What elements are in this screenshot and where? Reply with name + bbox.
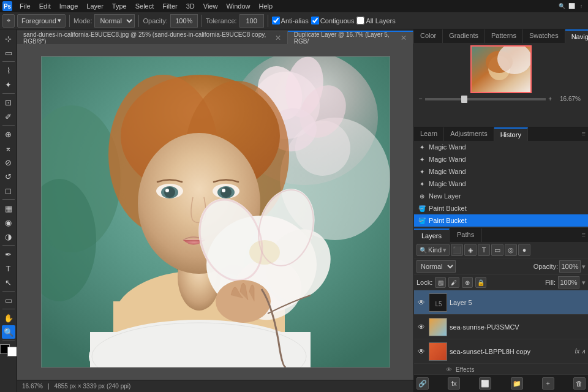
fill-field[interactable] <box>558 276 579 288</box>
blur-tool[interactable]: ◉ <box>2 216 15 229</box>
add-style-button[interactable]: fx <box>448 377 460 390</box>
zoom-tool[interactable]: 🔍 <box>2 325 15 339</box>
magic-wand-tool[interactable]: ✦ <box>2 78 15 91</box>
effects-visibility-icon[interactable]: 👁 <box>445 365 453 374</box>
tab-history[interactable]: History <box>494 127 528 141</box>
history-item-6[interactable]: 🪣 Paint Bucket <box>414 202 588 214</box>
zoom-out-icon[interactable]: − <box>419 96 423 102</box>
contiguous-checkbox[interactable]: Contiguous <box>311 17 355 24</box>
panel-mid-menu-icon[interactable]: ≡ <box>579 127 588 141</box>
history-item-1[interactable]: ✦ Magic Wand <box>414 141 588 153</box>
layers-panel-menu-icon[interactable]: ≡ <box>579 228 588 242</box>
tab-1-close[interactable]: ✕ <box>275 34 281 42</box>
clone-stamp-tool[interactable]: ⊘ <box>2 156 15 169</box>
tab-navigator[interactable]: Navigator <box>565 29 588 43</box>
layer-item-seasunrise[interactable]: 👁 sea-sunri <box>414 315 588 339</box>
move-tool-options[interactable]: ⌖ <box>2 14 15 28</box>
delete-layer-button[interactable]: 🗑 <box>573 377 586 390</box>
layer-visibility-layer5[interactable]: 👁 <box>417 298 426 307</box>
history-item-2[interactable]: ✦ Magic Wand <box>414 153 588 165</box>
history-item-7[interactable]: 🪣 Paint Bucket <box>414 214 588 227</box>
tab-learn[interactable]: Learn <box>414 127 444 141</box>
history-item-3[interactable]: ✦ Magic Wand <box>414 165 588 178</box>
search-icon[interactable]: 🔍 <box>557 2 566 10</box>
new-layer-button[interactable]: + <box>542 377 554 390</box>
move-tool[interactable]: ⊹ <box>2 32 15 45</box>
lock-position-button[interactable]: ⊕ <box>462 277 473 288</box>
healing-brush-tool[interactable]: ⊕ <box>2 127 15 141</box>
tab-1[interactable]: sand-dunes-in-california-E9UCEC8.jpg @ 2… <box>17 31 288 44</box>
eyedropper-tool[interactable]: ✐ <box>2 110 15 123</box>
anti-alias-checkbox[interactable]: Anti-alias <box>272 17 309 24</box>
lock-transparent-button[interactable]: ▧ <box>435 277 446 288</box>
foreground-dropdown[interactable]: Foreground ▾ <box>17 14 66 28</box>
new-group-button[interactable]: 📁 <box>511 377 523 390</box>
history-label-1: Magic Wand <box>429 143 466 151</box>
filter-text-button[interactable]: T <box>478 244 490 256</box>
link-layers-button[interactable]: 🔗 <box>417 377 429 390</box>
layer-visibility-seasunsetcopy[interactable]: 👁 <box>417 347 426 356</box>
tab-gradients[interactable]: Gradients <box>443 29 485 43</box>
tolerance-input[interactable] <box>239 14 264 28</box>
filter-toggle[interactable]: ● <box>518 244 530 256</box>
workspace-icon[interactable]: ⬜ <box>567 2 576 10</box>
menu-type[interactable]: Type <box>108 1 130 11</box>
brush-tool[interactable]: ⌅ <box>2 141 15 155</box>
canvas-viewport[interactable] <box>17 44 413 380</box>
layer-visibility-seasunrise[interactable]: 👁 <box>417 322 426 332</box>
menu-view[interactable]: View <box>200 1 222 11</box>
zoom-slider[interactable] <box>425 98 546 100</box>
layer-item-seasunsetcopy[interactable]: 👁 sea-sunse <box>414 339 588 364</box>
mode-select[interactable]: Normal <box>94 14 135 28</box>
tab-paths[interactable]: Paths <box>450 228 482 242</box>
history-brush-tool[interactable]: ↺ <box>2 170 15 183</box>
menu-help[interactable]: Help <box>255 1 277 11</box>
filter-adjustment-button[interactable]: ◈ <box>464 244 477 256</box>
pen-tool[interactable]: ✒ <box>2 247 15 261</box>
lasso-tool[interactable]: ⌇ <box>2 64 15 77</box>
tab-2[interactable]: Duplicate Layer @ 16.7% (Layer 5, RGB/ ✕ <box>288 31 413 44</box>
add-mask-button[interactable]: ⬜ <box>479 377 491 390</box>
zoom-in-icon[interactable]: + <box>548 96 552 102</box>
tab-swatches[interactable]: Swatches <box>523 29 565 43</box>
history-item-4[interactable]: ✦ Magic Wand <box>414 178 588 190</box>
eraser-tool[interactable]: ◻ <box>2 184 15 197</box>
menu-3d[interactable]: 3D <box>183 1 198 11</box>
blend-mode-select[interactable]: Normal Multiply Screen <box>417 260 456 273</box>
opacity-field[interactable] <box>559 260 581 273</box>
filter-smartobj-button[interactable]: ◎ <box>505 244 517 256</box>
fill-arrow-icon[interactable]: ▾ <box>582 279 586 287</box>
menu-layer[interactable]: Layer <box>83 1 107 11</box>
layer-item-layer5[interactable]: 👁 L5 Layer 5 <box>414 290 588 315</box>
tab-2-close[interactable]: ✕ <box>401 34 407 42</box>
path-select-tool[interactable]: ↖ <box>2 276 15 289</box>
menu-window[interactable]: Window <box>222 1 254 11</box>
menu-file[interactable]: File <box>16 1 34 11</box>
crop-tool[interactable]: ⊡ <box>2 96 15 109</box>
lock-artboard-button[interactable]: 🔒 <box>475 277 486 288</box>
tab-patterns[interactable]: Patterns <box>485 29 523 43</box>
filter-pixel-button[interactable]: ⬛ <box>451 244 463 256</box>
opacity-arrow-icon[interactable]: ▾ <box>582 263 586 271</box>
layers-search[interactable]: 🔍 Kind ▾ <box>417 244 450 256</box>
lock-image-button[interactable]: 🖌 <box>448 277 459 288</box>
gradient-tool[interactable]: ▦ <box>2 202 15 215</box>
menu-image[interactable]: Image <box>56 1 82 11</box>
tab-color[interactable]: Color <box>414 29 443 43</box>
menu-filter[interactable]: Filter <box>159 1 181 11</box>
tab-layers[interactable]: Layers <box>414 228 450 242</box>
background-color[interactable] <box>7 347 17 356</box>
opacity-input[interactable] <box>170 14 198 28</box>
history-item-5[interactable]: ⊕ New Layer <box>414 190 588 202</box>
share-icon[interactable]: ↑ <box>577 2 586 10</box>
marquee-tool[interactable]: ▭ <box>2 46 15 59</box>
filter-shape-button[interactable]: ▭ <box>491 244 503 256</box>
shape-tool[interactable]: ▭ <box>2 293 15 307</box>
menu-edit[interactable]: Edit <box>36 1 55 11</box>
dodge-tool[interactable]: ◑ <box>2 230 15 243</box>
all-layers-checkbox[interactable]: All Layers <box>356 17 395 24</box>
text-tool[interactable]: T <box>2 262 15 275</box>
hand-tool[interactable]: ✋ <box>2 311 15 325</box>
tab-adjustments[interactable]: Adjustments <box>444 127 494 141</box>
menu-select[interactable]: Select <box>132 1 158 11</box>
